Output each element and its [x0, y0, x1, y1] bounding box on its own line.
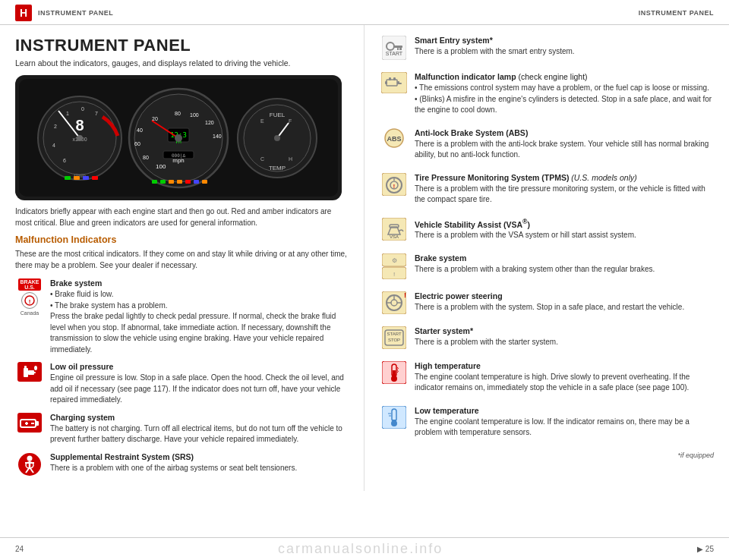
svg-text:H: H: [289, 156, 292, 162]
svg-text:100: 100: [190, 112, 199, 118]
svg-rect-55: [202, 180, 207, 184]
charging-content: Charging system The battery is not charg…: [50, 413, 349, 445]
svg-rect-49: [152, 180, 157, 184]
svg-point-34: [175, 134, 182, 142]
indicator-starter: START STOP Starter system* There is a pr…: [380, 326, 714, 349]
page-number-left: 24: [15, 545, 24, 553]
svg-rect-66: [36, 421, 39, 426]
smart-entry-content: Smart Entry system* There is a problem w…: [415, 36, 714, 58]
page-subtitle: Learn about the indicators, gauges, and …: [15, 58, 349, 68]
smart-entry-icon-area: START: [380, 36, 409, 60]
low-temp-title: Low temperature: [415, 406, 714, 415]
tpms-icon: !: [382, 173, 406, 196]
svg-text:⚙: ⚙: [392, 257, 397, 264]
svg-text:1: 1: [66, 111, 69, 116]
svg-text:!: !: [393, 271, 395, 278]
main-content: INSTRUMENT PANEL Learn about the indicat…: [0, 25, 729, 491]
srs-icon: [17, 452, 42, 477]
svg-rect-54: [194, 180, 199, 184]
svg-point-71: [27, 455, 33, 461]
low-temp-icon: [382, 406, 406, 429]
info-text: Indicators briefly appear with each engi…: [15, 206, 349, 228]
svg-text:VSA: VSA: [390, 234, 399, 239]
svg-text:000|∆: 000|∆: [172, 153, 185, 159]
indicator-low-oil: Low oil pressure Engine oil pressure is …: [15, 362, 349, 406]
starter-title: Starter system*: [415, 326, 714, 335]
eps-icon: !: [382, 291, 406, 314]
starter-icon-area: START STOP: [380, 326, 409, 349]
svg-text:!: !: [393, 184, 395, 189]
instrument-panel-image: 8 x1000 6 4 2 1 0 7 r/min 20 4: [15, 75, 342, 200]
high-temp-content: High temperature The engine coolant temp…: [415, 361, 714, 394]
svg-rect-51: [169, 180, 174, 184]
svg-text:120: 120: [205, 120, 214, 125]
charging-title: Charging system: [50, 413, 349, 422]
tpms-content: Tire Pressure Monitoring System (TPMS) (…: [415, 173, 714, 206]
svg-rect-122: [393, 420, 396, 423]
indicator-tpms: ! Tire Pressure Monitoring System (TPMS)…: [380, 173, 714, 206]
smart-entry-body: There is a problem with the smart entry …: [415, 46, 714, 58]
abs-icon: ABS: [382, 128, 406, 148]
brake-right-icon-area: ⚙ !: [380, 253, 409, 279]
svg-text:140: 140: [213, 134, 222, 139]
malfunction-heading: Malfunction Indicators: [15, 234, 349, 245]
honda-logo-icon: H: [15, 5, 32, 21]
indicator-srs: Supplemental Restraint System (SRS) Ther…: [15, 452, 349, 477]
check-engine-icon: [381, 72, 407, 93]
svg-rect-48: [92, 176, 98, 180]
svg-point-63: [34, 366, 37, 370]
indicator-charging: Charging system The battery is not charg…: [15, 413, 349, 445]
indicator-eps: ! Electric power steering There is a pro…: [380, 291, 714, 314]
svg-rect-59: [24, 368, 28, 377]
starter-content: Starter system* There is a problem with …: [415, 326, 714, 348]
footnote: *if equipped: [677, 451, 714, 459]
vsa-icon-area: VSA: [380, 218, 409, 241]
vsa-content: Vehicle Stability Assist (VSA®) There is…: [415, 218, 714, 241]
brake-icon-area: BRAKEU.S. ! Canada: [15, 278, 44, 316]
svg-text:8: 8: [75, 117, 84, 134]
mil-title: Malfunction indicator lamp (check engine…: [415, 72, 714, 81]
starter-body: There is a problem with the starter syst…: [415, 337, 714, 348]
srs-icon-area: [15, 452, 44, 477]
eps-icon-area: !: [380, 291, 409, 314]
page-title: INSTRUMENT PANEL: [15, 36, 349, 55]
left-column: INSTRUMENT PANEL Learn about the indicat…: [0, 25, 364, 491]
svg-text:E: E: [260, 118, 264, 124]
high-temp-icon: [382, 361, 406, 384]
page-footer: 24 carmanualsonline.info ▶ 25: [0, 537, 729, 560]
low-oil-body: Engine oil pressure is low. Stop in a sa…: [50, 373, 349, 406]
indicator-mil: Malfunction indicator lamp (check engine…: [380, 72, 714, 116]
svg-text:6: 6: [63, 158, 66, 163]
page-number-right: ▶ 25: [697, 545, 714, 553]
svg-text:START: START: [387, 332, 401, 336]
svg-text:!: !: [29, 298, 31, 305]
svg-text:H: H: [20, 7, 27, 19]
svg-text:0: 0: [81, 106, 84, 112]
svg-rect-118: [393, 370, 396, 378]
right-column: START Smart Entry system* There is a pro…: [364, 25, 729, 491]
svg-text:!: !: [404, 291, 406, 299]
svg-text:7: 7: [95, 111, 98, 116]
low-temp-content: Low temperature The engine coolant tempe…: [415, 406, 714, 439]
indicator-high-temp: High temperature The engine coolant temp…: [380, 361, 714, 394]
header-right-label: INSTRUMENT PANEL: [639, 9, 714, 17]
svg-text:F: F: [289, 118, 292, 124]
oil-icon: [17, 362, 42, 382]
svg-rect-80: [399, 48, 402, 50]
header-left-label: INSTRUMENT PANEL: [38, 9, 113, 17]
svg-text:60: 60: [134, 141, 140, 146]
svg-text:FUEL: FUEL: [270, 112, 286, 118]
svg-rect-45: [65, 176, 71, 180]
svg-rect-52: [177, 180, 182, 184]
abs-content: Anti-lock Brake System (ABS) There is a …: [415, 128, 714, 161]
tpms-body: There is a problem with the tire pressur…: [415, 184, 714, 206]
svg-text:100: 100: [156, 163, 166, 170]
brake-system-body: • Brake fluid is low. • The brake system…: [50, 289, 349, 355]
svg-rect-47: [83, 176, 89, 180]
smart-entry-title: Smart Entry system*: [415, 36, 714, 45]
svg-rect-79: [393, 46, 402, 48]
abs-title: Anti-lock Brake System (ABS): [415, 128, 714, 137]
low-oil-title: Low oil pressure: [50, 362, 349, 371]
svg-rect-61: [33, 372, 36, 373]
brake-right-title: Brake system: [415, 253, 714, 263]
